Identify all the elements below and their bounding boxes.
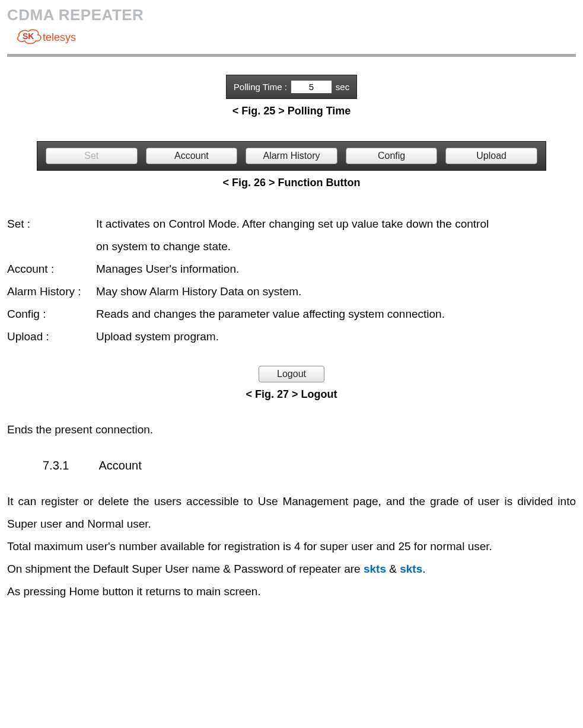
set-button[interactable]: Set [46,148,138,164]
subsection-number: 7.3.1 [43,459,96,472]
upload-button[interactable]: Upload [445,148,537,164]
page-title: CDMA REPEATER [7,6,576,24]
para3-end: . [422,563,425,575]
subsection-title: Account [98,459,141,472]
function-descriptions: Set : It activates on Control Mode. Afte… [7,213,576,348]
para3-lead: On shipment the Default Super User name … [7,563,364,575]
sk-telesys-logo-icon: SK telesys [14,25,91,48]
polling-time-label: Polling Time : [234,82,287,92]
alarm-desc: May show Alarm History Data on system. [96,280,576,303]
fig25-caption: < Fig. 25 > Polling Time [7,105,576,117]
default-username: skts [364,563,386,575]
polling-time-input[interactable]: 5 [291,80,332,94]
fig26-caption: < Fig. 26 > Function Button [7,177,576,189]
alarm-term: Alarm History : [7,280,96,303]
account-para-3: On shipment the Default Super User name … [7,558,576,580]
account-desc: Manages User's information. [96,258,576,280]
set-term: Set : [7,213,96,235]
account-term: Account : [7,258,96,280]
function-button-bar: Set Account Alarm History Config Upload [37,141,546,171]
header-divider [7,54,576,57]
upload-desc: Upload system program. [96,325,576,348]
config-button[interactable]: Config [346,148,438,164]
set-desc-1: It activates on Control Mode. After chan… [96,213,576,235]
account-para-2: Total maximum user's number available fo… [7,535,576,558]
subsection-heading: 7.3.1 Account [43,459,576,472]
brand-logo: SK telesys [7,25,576,50]
account-para-4: As pressing Home button it returns to ma… [7,580,576,603]
svg-text:SK: SK [23,31,34,41]
upload-term: Upload : [7,325,96,348]
logout-button[interactable]: Logout [259,366,324,382]
default-password: skts [400,563,422,575]
config-term: Config : [7,303,96,325]
para3-amp: & [386,563,400,575]
set-desc-2: on system to change state. [96,235,576,258]
account-button[interactable]: Account [146,148,238,164]
logout-desc: Ends the present connection. [7,419,576,441]
logo-text: telesys [43,31,76,43]
account-para-1: It can register or delete the users acce… [7,490,576,535]
config-desc: Reads and changes the parameter value af… [96,303,576,325]
alarm-history-button[interactable]: Alarm History [246,148,337,164]
polling-time-panel: Polling Time : 5 sec [226,75,357,99]
fig27-caption: < Fig. 27 > Logout [7,388,576,401]
polling-time-unit: sec [336,82,349,92]
